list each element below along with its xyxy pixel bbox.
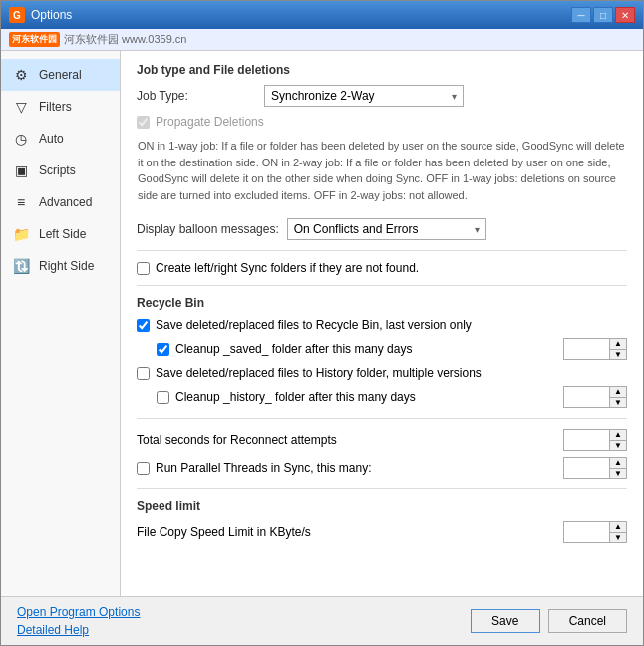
reconnect-down[interactable]: ▼ [610, 440, 626, 450]
reconnect-label: Total seconds for Reconnect attempts [137, 433, 337, 447]
bottom-links: Open Program Options Detailed Help [17, 605, 140, 637]
job-type-label: Job Type: [137, 89, 256, 103]
parallel-row: Run Parallel Threads in Sync, this many:… [137, 457, 627, 479]
save-button[interactable]: Save [471, 609, 540, 633]
bottom-buttons: Save Cancel [471, 609, 627, 633]
cleanup-saved-spinner-btns: ▲ ▼ [609, 339, 626, 359]
save-history-checkbox[interactable] [137, 367, 150, 380]
create-folders-checkbox[interactable] [137, 262, 150, 275]
cleanup-saved-down[interactable]: ▼ [610, 349, 626, 359]
window-title: Options [31, 8, 72, 22]
balloon-dropdown[interactable]: On Conflicts and Errors ▾ [287, 218, 486, 240]
maximize-button[interactable]: □ [593, 7, 613, 23]
reconnect-up[interactable]: ▲ [610, 430, 626, 440]
cleanup-saved-input[interactable]: 30 [564, 340, 609, 358]
left-side-icon: 📁 [11, 224, 31, 244]
cleanup-history-container: Cleanup _history_ folder after this many… [157, 386, 627, 408]
close-button[interactable]: ✕ [615, 7, 635, 23]
sidebar-item-general[interactable]: ⚙ General [1, 59, 120, 91]
job-type-dropdown[interactable]: Synchronize 2-Way ▾ [264, 85, 464, 107]
sidebar-item-left-side[interactable]: 📁 Left Side [1, 218, 120, 250]
parallel-spinner-btns: ▲ ▼ [609, 458, 626, 478]
speed-limit-up[interactable]: ▲ [610, 522, 626, 532]
job-type-arrow: ▾ [452, 91, 457, 102]
sidebar-label-auto: Auto [39, 132, 64, 146]
parallel-up[interactable]: ▲ [610, 458, 626, 468]
content-area: Job type and File deletions Job Type: Sy… [121, 51, 643, 596]
sidebar-label-right-side: Right Side [39, 259, 94, 273]
balloon-value: On Conflicts and Errors [294, 222, 419, 236]
reconnect-spinner-btns: ▲ ▼ [609, 430, 626, 450]
separator-1 [137, 250, 627, 251]
speed-limit-input[interactable]: 0 [564, 523, 609, 541]
cleanup-history-checkbox-row: Cleanup _history_ folder after this many… [157, 390, 416, 404]
cleanup-saved-up[interactable]: ▲ [610, 339, 626, 349]
cleanup-history-input[interactable]: 30 [564, 388, 609, 406]
propagate-checkbox[interactable] [137, 116, 150, 129]
title-bar-left: G Options [9, 7, 72, 23]
general-icon: ⚙ [11, 65, 31, 85]
reconnect-spinner: 120 ▲ ▼ [563, 429, 627, 451]
speed-limit-title: Speed limit [137, 499, 627, 513]
bottom-bar: Open Program Options Detailed Help Save … [1, 596, 643, 645]
sidebar-item-auto[interactable]: ◷ Auto [1, 123, 120, 155]
speed-limit-spinner-btns: ▲ ▼ [609, 522, 626, 542]
job-type-value: Synchronize 2-Way [271, 89, 375, 103]
recycle-section: Recycle Bin Save deleted/replaced files … [137, 296, 627, 360]
cleanup-history-down[interactable]: ▼ [610, 397, 626, 407]
balloon-row: Display balloon messages: On Conflicts a… [137, 218, 627, 240]
cleanup-history-row: Cleanup _history_ folder after this many… [157, 386, 627, 408]
balloon-arrow: ▾ [475, 224, 480, 235]
sidebar-label-advanced: Advanced [39, 195, 92, 209]
separator-3 [137, 418, 627, 419]
sidebar-label-left-side: Left Side [39, 227, 86, 241]
cleanup-history-checkbox[interactable] [157, 391, 169, 404]
minimize-button[interactable]: ─ [571, 7, 591, 23]
section-title: Job type and File deletions [137, 63, 627, 77]
sidebar-item-right-side[interactable]: 🔃 Right Side [1, 250, 120, 282]
sidebar-label-filters: Filters [39, 100, 72, 114]
watermark-bar: 河东软件园 河东软件园 www.0359.cn [1, 29, 643, 51]
main-window: G Options ─ □ ✕ 河东软件园 河东软件园 www.0359.cn … [0, 0, 644, 646]
scripts-icon: ▣ [11, 161, 31, 180]
parallel-checkbox[interactable] [137, 462, 150, 475]
title-buttons: ─ □ ✕ [571, 7, 635, 23]
cleanup-saved-checkbox[interactable] [157, 343, 169, 356]
propagate-description: ON in 1-way job: If a file or folder has… [137, 135, 627, 206]
sidebar-item-scripts[interactable]: ▣ Scripts [1, 155, 120, 186]
speed-limit-label: File Copy Speed Limit in KByte/s [137, 525, 311, 539]
propagate-label: Propagate Deletions [156, 115, 264, 129]
sidebar-item-advanced[interactable]: ≡ Advanced [1, 186, 120, 218]
cancel-button[interactable]: Cancel [548, 609, 627, 633]
cleanup-saved-checkbox-row: Cleanup _saved_ folder after this many d… [157, 342, 412, 356]
cleanup-saved-aligned-row: Cleanup _saved_ folder after this many d… [157, 338, 627, 360]
auto-icon: ◷ [11, 129, 31, 149]
cleanup-saved-row: Cleanup _saved_ folder after this many d… [157, 338, 627, 360]
balloon-label: Display balloon messages: [137, 222, 279, 236]
job-type-row: Job Type: Synchronize 2-Way ▾ [137, 85, 627, 107]
cleanup-history-label: Cleanup _history_ folder after this many… [175, 390, 416, 404]
sidebar-label-general: General [39, 68, 82, 82]
cleanup-saved-label: Cleanup _saved_ folder after this many d… [175, 342, 412, 356]
create-folders-row: Create left/right Sync folders if they a… [137, 261, 627, 275]
reconnect-row: Total seconds for Reconnect attempts 120… [137, 429, 627, 451]
speed-limit-row: File Copy Speed Limit in KByte/s 0 ▲ ▼ [137, 521, 627, 543]
detailed-help-link[interactable]: Detailed Help [17, 623, 140, 637]
recycle-title: Recycle Bin [137, 296, 627, 310]
cleanup-history-up[interactable]: ▲ [610, 387, 626, 397]
sidebar-item-filters[interactable]: ▽ Filters [1, 91, 120, 123]
watermark-logo: 河东软件园 [9, 32, 60, 47]
propagate-row: Propagate Deletions [137, 115, 627, 129]
save-recycle-checkbox[interactable] [137, 319, 150, 332]
title-bar: G Options ─ □ ✕ [1, 1, 643, 29]
right-side-icon: 🔃 [11, 256, 31, 276]
reconnect-input[interactable]: 120 [564, 431, 609, 449]
save-history-label: Save deleted/replaced files to History f… [156, 366, 482, 380]
cleanup-saved-spinner: 30 ▲ ▼ [563, 338, 627, 360]
parallel-down[interactable]: ▼ [610, 468, 626, 478]
speed-limit-down[interactable]: ▼ [610, 532, 626, 542]
open-program-options-link[interactable]: Open Program Options [17, 605, 140, 619]
parallel-input[interactable]: 0 [564, 459, 609, 477]
sidebar: ⚙ General ▽ Filters ◷ Auto ▣ Scripts ≡ A… [1, 51, 121, 596]
filters-icon: ▽ [11, 97, 31, 117]
